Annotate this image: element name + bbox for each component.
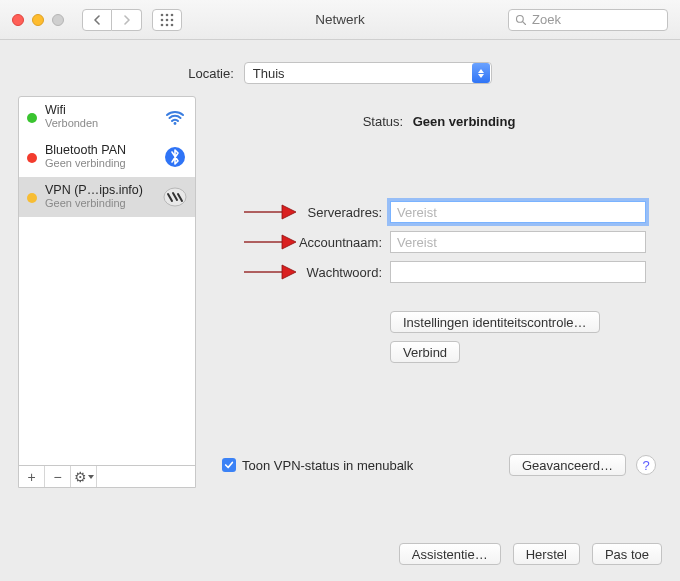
account-input[interactable] bbox=[390, 231, 646, 253]
sidebar-item-bluetooth[interactable]: Bluetooth PAN Geen verbinding bbox=[19, 137, 195, 177]
status-dot-icon bbox=[27, 193, 37, 203]
add-service-button[interactable]: + bbox=[19, 466, 45, 487]
plus-icon: + bbox=[27, 469, 35, 485]
vpn-icon bbox=[163, 185, 187, 209]
chevron-down-icon bbox=[88, 475, 94, 479]
server-label: Serveradres: bbox=[222, 205, 390, 220]
connect-button[interactable]: Verbind bbox=[390, 341, 460, 363]
service-sidebar: Wifi Verbonden Bluetooth PAN Geen verbin… bbox=[18, 96, 196, 488]
status-value: Geen verbinding bbox=[413, 114, 516, 129]
advanced-button[interactable]: Geavanceerd… bbox=[509, 454, 626, 476]
service-name: Wifi bbox=[45, 103, 155, 117]
sidebar-footer-spacer bbox=[97, 466, 195, 487]
gear-icon: ⚙ bbox=[74, 469, 87, 485]
forward-button[interactable] bbox=[112, 9, 142, 31]
minimize-icon[interactable] bbox=[32, 14, 44, 26]
main-split: Wifi Verbonden Bluetooth PAN Geen verbin… bbox=[0, 96, 680, 488]
location-value: Thuis bbox=[253, 66, 472, 81]
svg-point-0 bbox=[161, 13, 164, 16]
auth-settings-button[interactable]: Instellingen identiteitscontrole… bbox=[390, 311, 600, 333]
status-dot-icon bbox=[27, 153, 37, 163]
location-select[interactable]: Thuis bbox=[244, 62, 492, 84]
server-row: Serveradres: bbox=[222, 201, 656, 223]
maximize-icon[interactable] bbox=[52, 14, 64, 26]
service-text: Wifi Verbonden bbox=[45, 103, 155, 130]
svg-point-1 bbox=[166, 13, 169, 16]
help-icon: ? bbox=[642, 458, 649, 473]
show-vpn-checkbox[interactable]: Toon VPN-status in menubalk bbox=[222, 458, 413, 473]
service-list: Wifi Verbonden Bluetooth PAN Geen verbin… bbox=[19, 97, 195, 465]
status-row: Status: Geen verbinding bbox=[222, 114, 656, 129]
status-label: Status: bbox=[363, 114, 403, 129]
service-text: Bluetooth PAN Geen verbinding bbox=[45, 143, 155, 170]
svg-point-5 bbox=[171, 18, 174, 21]
grid-icon bbox=[160, 13, 174, 27]
nav-back-forward bbox=[82, 9, 142, 31]
chevron-left-icon bbox=[93, 15, 101, 25]
titlebar: Netwerk bbox=[0, 0, 680, 40]
close-icon[interactable] bbox=[12, 14, 24, 26]
show-all-button[interactable] bbox=[152, 9, 182, 31]
window-footer: Assistentie… Herstel Pas toe bbox=[399, 543, 662, 565]
content-pane: Status: Geen verbinding Serveradres: Acc… bbox=[212, 96, 664, 488]
sidebar-item-wifi[interactable]: Wifi Verbonden bbox=[19, 97, 195, 137]
action-buttons: Instellingen identiteitscontrole… Verbin… bbox=[390, 311, 656, 363]
sidebar-item-vpn[interactable]: VPN (P…ips.info) Geen verbinding bbox=[19, 177, 195, 217]
content-bottom-row: Toon VPN-status in menubalk Geavanceerd…… bbox=[222, 454, 656, 476]
server-input[interactable] bbox=[390, 201, 646, 223]
password-input[interactable] bbox=[390, 261, 646, 283]
svg-point-7 bbox=[166, 23, 169, 26]
svg-point-9 bbox=[517, 15, 524, 22]
checkbox-label: Toon VPN-status in menubalk bbox=[242, 458, 413, 473]
search-field[interactable] bbox=[508, 9, 668, 31]
status-dot-icon bbox=[27, 113, 37, 123]
location-row: Locatie: Thuis bbox=[0, 40, 680, 96]
location-label: Locatie: bbox=[188, 66, 234, 81]
svg-point-3 bbox=[161, 18, 164, 21]
svg-point-4 bbox=[166, 18, 169, 21]
service-status: Geen verbinding bbox=[45, 157, 155, 170]
help-button[interactable]: ? bbox=[636, 455, 656, 475]
account-label: Accountnaam: bbox=[222, 235, 390, 250]
search-input[interactable] bbox=[532, 12, 661, 27]
service-actions-button[interactable]: ⚙ bbox=[71, 466, 97, 487]
traffic-lights bbox=[12, 14, 64, 26]
svg-point-11 bbox=[174, 122, 177, 125]
back-button[interactable] bbox=[82, 9, 112, 31]
service-status: Verbonden bbox=[45, 117, 155, 130]
revert-button[interactable]: Herstel bbox=[513, 543, 580, 565]
password-row: Wachtwoord: bbox=[222, 261, 656, 283]
service-name: Bluetooth PAN bbox=[45, 143, 155, 157]
remove-service-button[interactable]: − bbox=[45, 466, 71, 487]
service-text: VPN (P…ips.info) Geen verbinding bbox=[45, 183, 155, 210]
service-name: VPN (P…ips.info) bbox=[45, 183, 155, 197]
bluetooth-icon bbox=[163, 145, 187, 169]
select-arrows-icon bbox=[472, 63, 490, 83]
password-label: Wachtwoord: bbox=[222, 265, 390, 280]
checkbox-icon bbox=[222, 458, 236, 472]
chevron-right-icon bbox=[123, 15, 131, 25]
svg-point-6 bbox=[161, 23, 164, 26]
svg-point-8 bbox=[171, 23, 174, 26]
svg-point-2 bbox=[171, 13, 174, 16]
sidebar-footer: + − ⚙ bbox=[19, 465, 195, 487]
wifi-icon bbox=[163, 105, 187, 129]
assist-button[interactable]: Assistentie… bbox=[399, 543, 501, 565]
apply-button[interactable]: Pas toe bbox=[592, 543, 662, 565]
svg-line-10 bbox=[523, 21, 526, 24]
account-row: Accountnaam: bbox=[222, 231, 656, 253]
minus-icon: − bbox=[53, 469, 61, 485]
search-icon bbox=[515, 14, 527, 26]
service-status: Geen verbinding bbox=[45, 197, 155, 210]
